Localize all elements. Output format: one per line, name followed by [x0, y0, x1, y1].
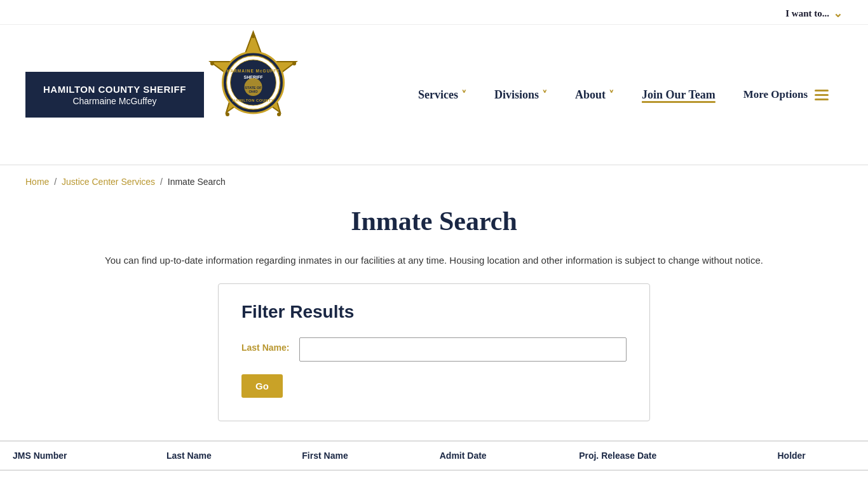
i-want-to-button[interactable]: I want to... ⌄ [785, 6, 843, 20]
hamburger-icon [815, 90, 829, 100]
filter-container: Filter Results Last Name: Go [218, 283, 650, 421]
breadcrumb-justice-center[interactable]: Justice Center Services [62, 177, 155, 187]
breadcrumb-current: Inmate Search [168, 177, 226, 187]
services-chevron-icon: ˅ [461, 89, 466, 101]
col-jms-number: JMS Number [0, 441, 154, 470]
svg-text:CHARMAINE McGUFFEY: CHARMAINE McGUFFEY [223, 69, 283, 73]
about-label: About [575, 88, 606, 102]
svg-point-10 [251, 34, 255, 38]
last-name-label: Last Name: [241, 337, 289, 353]
services-label: Services [418, 88, 458, 102]
filter-row-lastname: Last Name: [241, 337, 627, 362]
nav-join-team[interactable]: Join Our Team [628, 82, 729, 108]
svg-text:OHIO: OHIO [248, 90, 258, 93]
sheriff-badge: CHARMAINE McGUFFEY SHERIFF STATE OF OHIO… [198, 27, 309, 163]
nav-more-options[interactable]: More Options [729, 82, 843, 107]
chevron-down-icon: ⌄ [833, 6, 843, 20]
col-admit-date: Admit Date [427, 441, 566, 470]
svg-point-11 [292, 62, 296, 65]
top-bar: I want to... ⌄ [0, 0, 868, 25]
table-header-row: JMS Number Last Name First Name Admit Da… [0, 441, 868, 470]
svg-point-14 [210, 62, 214, 65]
col-holder: Holder [764, 441, 868, 470]
col-release-date: Proj. Release Date [566, 441, 764, 470]
department-name: HAMILTON COUNTY SHERIFF [43, 83, 186, 96]
svg-point-13 [226, 112, 229, 116]
page-title-section: Inmate Search [0, 193, 868, 243]
site-header: HAMILTON COUNTY SHERIFF Charmaine McGuff… [0, 25, 868, 165]
breadcrumb: Home / Justice Center Services / Inmate … [0, 165, 868, 193]
breadcrumb-separator-1: / [54, 177, 59, 187]
last-name-input[interactable] [299, 337, 627, 362]
filter-title: Filter Results [241, 302, 627, 322]
page-title: Inmate Search [25, 206, 843, 236]
i-want-to-label: I want to... [785, 8, 829, 19]
svg-text:HAMILTON COUNTY: HAMILTON COUNTY [233, 98, 275, 102]
sheriff-title-box: HAMILTON COUNTY SHERIFF Charmaine McGuff… [25, 72, 204, 118]
breadcrumb-separator-2: / [160, 177, 165, 187]
logo-area: HAMILTON COUNTY SHERIFF Charmaine McGuff… [25, 27, 309, 163]
table-header: JMS Number Last Name First Name Admit Da… [0, 441, 868, 470]
nav-services[interactable]: Services ˅ [404, 82, 480, 108]
about-chevron-icon: ˅ [609, 89, 614, 101]
more-options-label: More Options [743, 88, 808, 101]
breadcrumb-home[interactable]: Home [25, 177, 49, 187]
sheriff-name: Charmaine McGuffey [43, 96, 186, 106]
col-first-name: First Name [289, 441, 426, 470]
divisions-chevron-icon: ˅ [542, 89, 547, 101]
col-last-name: Last Name [154, 441, 289, 470]
svg-point-12 [277, 112, 281, 116]
nav-about[interactable]: About ˅ [561, 82, 628, 108]
nav-divisions[interactable]: Divisions ˅ [480, 82, 561, 108]
divisions-label: Divisions [494, 88, 539, 102]
page-description: You can find up-to-date information rega… [0, 243, 868, 283]
go-button[interactable]: Go [241, 374, 283, 398]
results-table: JMS Number Last Name First Name Admit Da… [0, 440, 868, 471]
main-nav: Services ˅ Divisions ˅ About ˅ Join Our … [404, 82, 843, 108]
join-team-label: Join Our Team [642, 88, 715, 102]
